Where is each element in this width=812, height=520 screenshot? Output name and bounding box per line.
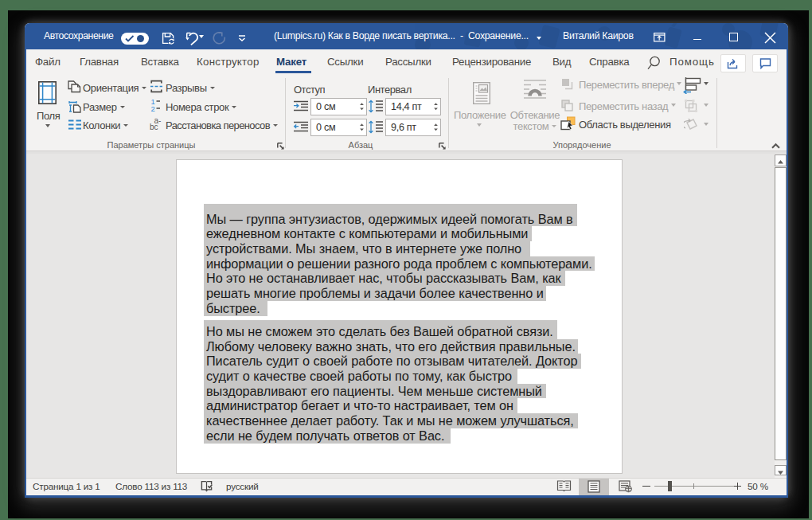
svg-text:2: 2 (151, 104, 155, 112)
svg-text:bc: bc (150, 123, 158, 131)
